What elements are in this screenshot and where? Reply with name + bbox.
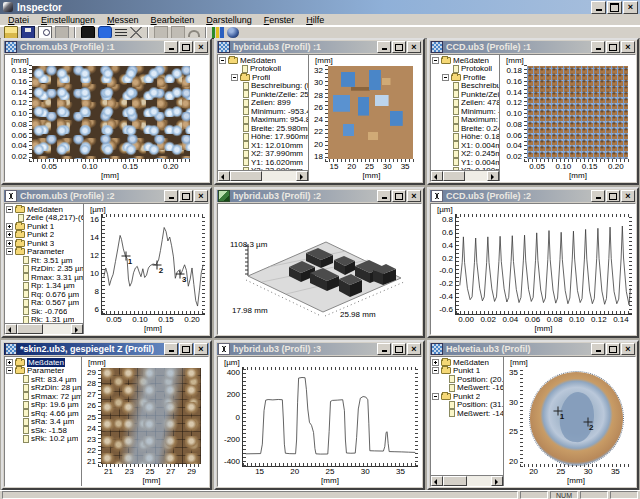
horizontal-scrollbar[interactable] (218, 170, 308, 181)
tree-item[interactable]: Punkt 2 (431, 392, 503, 401)
horizontal-scrollbar[interactable] (5, 323, 83, 334)
maximize-button[interactable] (179, 190, 193, 202)
minimize-button[interactable] (164, 343, 178, 355)
close-button[interactable]: × (194, 41, 208, 53)
restore-button[interactable] (607, 1, 622, 14)
scroll-left-icon[interactable] (431, 476, 443, 486)
hybrid-circuit-image[interactable] (328, 66, 413, 159)
tree-item[interactable]: Protokoll (218, 65, 308, 74)
window-titlebar[interactable]: hybrid.ub3 (Profil) :1 × (217, 41, 422, 53)
tree-item[interactable]: sRq: 4.66 µm (5, 409, 81, 418)
tree-item[interactable]: Zeile (48,217)-(630, (5, 214, 83, 223)
scrollbar-track[interactable] (443, 171, 487, 181)
expand-icon[interactable] (6, 206, 13, 213)
scroll-right-icon[interactable] (296, 171, 308, 181)
tree-item[interactable]: Minimum: -( (431, 107, 499, 116)
tree-item[interactable]: X2: 37.990mm (218, 150, 308, 159)
maximize-button[interactable] (179, 343, 193, 355)
tree-item[interactable]: sRp: 19.6 µm (5, 401, 81, 410)
tree-item[interactable]: sRt: 83.4 µm (5, 375, 81, 384)
expand-icon[interactable] (6, 231, 13, 238)
expand-icon[interactable] (6, 248, 13, 255)
maximize-button[interactable] (392, 190, 406, 202)
tree-item[interactable]: Meßwert: -160. (431, 384, 503, 393)
minimize-button[interactable] (591, 41, 605, 53)
maximize-button[interactable] (606, 343, 620, 355)
pick-tool-icon[interactable] (130, 27, 142, 38)
tree-item[interactable]: Rk: 1.31 µm (5, 316, 83, 324)
tree-item[interactable]: Rp: 1.34 µm (5, 282, 83, 291)
tree-item[interactable]: Höhe: 17.960mm (218, 133, 308, 142)
image-area[interactable]: 1 2 (520, 367, 629, 467)
tree-item[interactable]: Maximum: 1 (431, 116, 499, 125)
menu-item[interactable]: Darstellung (200, 15, 258, 25)
tree-item[interactable]: Meßdaten (218, 56, 308, 65)
minimize-button[interactable] (591, 343, 605, 355)
expand-icon[interactable] (6, 359, 13, 366)
render-icon[interactable] (227, 27, 239, 38)
measurement-tree[interactable]: Meßdaten Protokoll Profil Beschreibung: … (218, 55, 308, 170)
chrom-texture-image[interactable] (32, 66, 190, 159)
profile-plot[interactable]: [µm] 0.80.60.40.2-0.0-0.2-0.4-0.6 0.000.… (431, 204, 635, 334)
tree-item[interactable]: Zeilen: 478 (431, 99, 499, 108)
tree-item[interactable]: sRzDin: 28 µm (5, 384, 81, 393)
scrollbar-thumb[interactable] (230, 171, 262, 181)
tree-item[interactable]: Breite: 25.980mm (218, 124, 308, 133)
scroll-right-icon[interactable] (71, 324, 83, 334)
scrollbar-thumb[interactable] (443, 171, 465, 181)
tree-item[interactable]: Sk: -0.766 (5, 307, 83, 316)
image-plot[interactable]: [mm] 35302520 1 2 20253035 [mm] (504, 357, 635, 486)
tree-item[interactable]: Rmax: 3.31 µm (5, 273, 83, 282)
measurement-tree[interactable]: Meßdaten Parameter sRt: 83.4 µm sRzDin: … (5, 357, 81, 486)
close-button[interactable]: × (407, 343, 421, 355)
window-titlebar[interactable]: *skin2.ub3, gespiegelt Z (Profil) × (4, 343, 209, 355)
tree-item[interactable]: X1: 0.004m (431, 141, 499, 150)
window-titlebar[interactable]: hybrid.ub3 (Profil) :2 × (217, 190, 422, 202)
tree-item[interactable]: Position: (31.58 (431, 401, 503, 410)
menu-item[interactable]: Fenster (258, 15, 301, 25)
menu-item[interactable]: Bearbeiten (145, 15, 201, 25)
expand-icon[interactable] (219, 57, 226, 64)
tree-item[interactable]: Maximum: 954.859µr (218, 116, 308, 125)
close-button[interactable]: × (621, 343, 635, 355)
measurement-tree[interactable]: Meßdaten Punkt 1 Position: (20.79 Meßwer… (431, 357, 503, 475)
window-titlebar[interactable]: hybrid.ub3 (Profil) :3 × (217, 343, 422, 355)
tree-item[interactable]: Meßdaten (5, 205, 83, 214)
undo-icon[interactable] (188, 27, 200, 38)
list-view-icon[interactable] (115, 29, 127, 38)
scroll-right-icon[interactable] (487, 171, 499, 181)
ccd-mesh-image[interactable] (527, 66, 628, 159)
tree-item[interactable]: Punkte/Zeile: 2599 (218, 90, 308, 99)
tree-item[interactable]: Protokoll (431, 65, 499, 74)
expand-icon[interactable] (432, 359, 439, 366)
close-button[interactable]: × (407, 190, 421, 202)
tree-item[interactable]: sSk: -1.58 (5, 426, 81, 435)
tree-item[interactable]: Breite: 0.24 (431, 124, 499, 133)
tree-item[interactable]: Punkte/Zeil (431, 90, 499, 99)
tree-item[interactable]: Parameter (5, 367, 81, 376)
close-button[interactable]: × (407, 41, 421, 53)
image-area[interactable] (524, 65, 629, 162)
window-titlebar[interactable]: CCD.ub3 (Profile) :1 × (430, 41, 636, 53)
tree-item[interactable]: X1: 12.010mm (218, 141, 308, 150)
tree-item[interactable]: sRk: 10.2 µm (5, 435, 81, 444)
scrollbar-thumb[interactable] (443, 476, 467, 486)
tree-item[interactable]: Position: (20.79 (431, 375, 503, 384)
tree-item[interactable]: Punkt 1 (431, 367, 503, 376)
minimize-button[interactable] (164, 190, 178, 202)
image-area[interactable] (325, 65, 414, 162)
minimize-button[interactable] (377, 41, 391, 53)
scroll-right-icon[interactable] (491, 476, 503, 486)
tree-item[interactable]: Meßdaten (5, 358, 81, 367)
expand-icon[interactable] (432, 393, 439, 400)
tree-item[interactable]: Profil (218, 73, 308, 82)
expand-icon[interactable] (6, 240, 13, 247)
scroll-left-icon[interactable] (5, 324, 17, 334)
expand-icon[interactable] (6, 223, 13, 230)
window-titlebar[interactable]: Chrom.ub3 (Profile) :2 × (4, 190, 209, 202)
scroll-left-icon[interactable] (431, 171, 443, 181)
close-button[interactable]: × (194, 190, 208, 202)
tree-item[interactable]: Meßdaten (431, 56, 499, 65)
profile-plot[interactable]: [µm] 4002000-200-400 1520253035 [mm] (218, 357, 421, 486)
plot-area[interactable] (242, 367, 418, 467)
